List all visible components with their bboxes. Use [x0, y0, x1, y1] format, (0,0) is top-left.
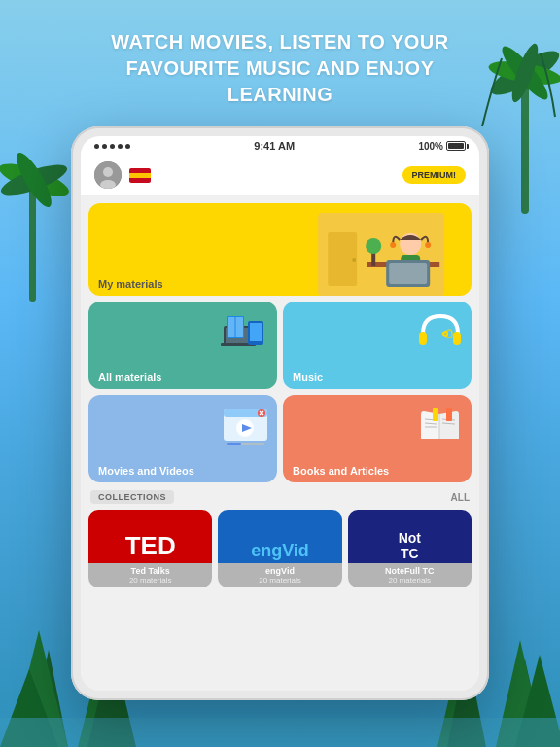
status-battery: 100%: [418, 141, 466, 152]
tablet-frame: 9:41 AM 100% PREMIUM!: [71, 126, 489, 700]
card-grid: My materials: [88, 203, 472, 482]
nav-bar: PREMIUM!: [81, 156, 479, 196]
signal-dot-5: [125, 144, 130, 149]
engvid-logo-text: engVid: [218, 531, 341, 563]
notefull-logo: NotTC: [348, 510, 472, 563]
collections-section: COLLECTIONS ALL TED Ted Talks 20 materia…: [88, 488, 472, 587]
music-illustration: [413, 306, 467, 360]
movies-label: Movies and Videos: [88, 459, 277, 482]
header-line3: LEARNING: [228, 84, 332, 105]
all-materials-illustration: [219, 306, 272, 360]
books-illustration: [413, 400, 467, 453]
my-materials-label: My materials: [88, 272, 472, 296]
engvid-name: engVid: [224, 566, 335, 576]
movies-card[interactable]: Movies and Videos: [88, 395, 277, 482]
svg-rect-39: [250, 323, 262, 341]
svg-rect-43: [419, 332, 427, 345]
svg-rect-53: [227, 443, 241, 445]
notefull-logo-text: NotTC: [348, 520, 472, 563]
ted-logo: TED: [88, 510, 212, 563]
ted-talks-card[interactable]: TED Ted Talks 20 materials: [88, 510, 212, 587]
svg-point-28: [366, 238, 381, 254]
svg-rect-16: [29, 185, 36, 302]
collections-row: TED Ted Talks 20 materials engVid: [88, 510, 472, 587]
signal-dot-4: [118, 144, 122, 149]
svg-rect-15: [0, 718, 560, 747]
collections-all-label[interactable]: ALL: [451, 492, 470, 503]
signal-dot-2: [102, 144, 107, 149]
avatar-image: [94, 161, 122, 189]
engvid-card[interactable]: engVid engVid 20 materials: [218, 510, 341, 587]
signal-dot-3: [110, 144, 115, 149]
notefull-card[interactable]: NotTC NoteFull TC 20 materials: [348, 510, 472, 587]
signal-dots: [94, 144, 130, 149]
tablet-screen: 9:41 AM 100% PREMIUM!: [81, 136, 479, 691]
header-line2: FAVOURITE MUSIC AND ENJOY: [126, 57, 435, 79]
card-row-3: Movies and Videos: [88, 395, 472, 482]
battery-icon: [446, 141, 466, 151]
all-materials-label: All materials: [88, 366, 277, 389]
engvid-logo: engVid: [218, 510, 341, 563]
battery-percent: 100%: [418, 141, 443, 152]
ted-name: Ted Talks: [94, 566, 206, 576]
collections-label: COLLECTIONS: [90, 490, 174, 504]
all-materials-card[interactable]: All materials: [88, 302, 277, 389]
notefull-count: 20 materials: [354, 576, 466, 585]
status-time: 9:41 AM: [254, 140, 295, 152]
engvid-info: engVid 20 materials: [218, 563, 341, 587]
my-materials-card[interactable]: My materials: [88, 203, 472, 296]
svg-point-21: [103, 167, 113, 177]
notefull-info: NoteFull TC 20 materials: [348, 563, 472, 587]
card-row-top: My materials: [88, 203, 472, 296]
books-label: Books and Articles: [283, 459, 472, 482]
books-card[interactable]: Books and Articles: [283, 395, 472, 482]
ted-count: 20 materials: [94, 576, 206, 585]
nav-left: [94, 161, 151, 189]
svg-rect-44: [453, 332, 461, 345]
notefull-name: NoteFull TC: [354, 566, 466, 576]
svg-point-25: [352, 258, 356, 262]
svg-point-33: [390, 242, 396, 248]
main-content: My materials: [81, 196, 479, 691]
collections-header: COLLECTIONS ALL: [88, 488, 472, 510]
movies-illustration: [219, 400, 272, 453]
user-avatar[interactable]: [94, 161, 122, 189]
music-label: Music: [283, 366, 472, 389]
music-card[interactable]: Music: [283, 302, 472, 389]
ted-logo-text: TED: [88, 521, 212, 563]
header-line1: WATCH MOVIES, LISTEN TO YOUR: [111, 31, 448, 53]
language-flag[interactable]: [129, 168, 151, 183]
signal-dot-1: [94, 144, 99, 149]
engvid-count: 20 materials: [224, 576, 335, 585]
premium-button[interactable]: PREMIUM!: [402, 166, 467, 184]
svg-point-34: [425, 242, 431, 248]
card-row-2: All materials Music: [88, 302, 472, 389]
ted-info: Ted Talks 20 materials: [88, 563, 212, 587]
hero-header: WATCH MOVIES, LISTEN TO YOUR FAVOURITE M…: [0, 19, 560, 118]
status-bar: 9:41 AM 100%: [81, 136, 479, 156]
